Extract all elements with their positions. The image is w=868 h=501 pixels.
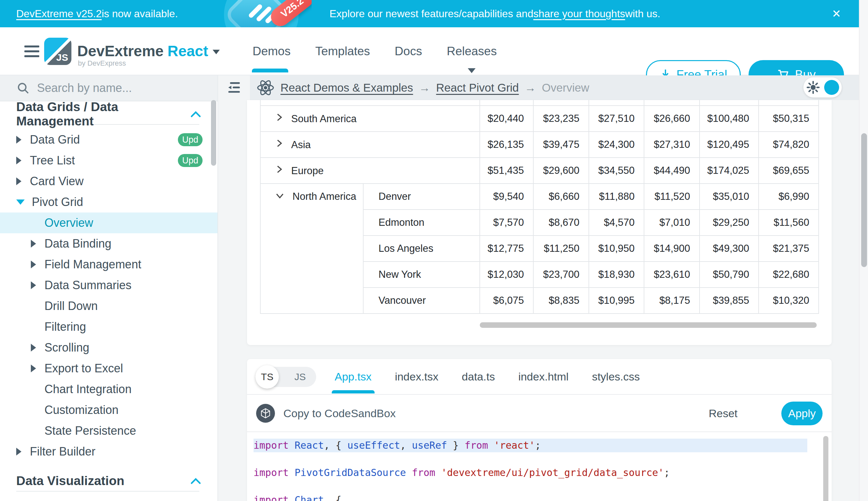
expand-row-icon[interactable] xyxy=(275,164,283,174)
brand-title[interactable]: DevExtremeReact by DevExpress xyxy=(77,42,220,60)
expand-arrow-icon xyxy=(31,364,36,372)
pivot-value-cell: $27,310 xyxy=(644,131,700,158)
pivot-city-cell: Vancouver xyxy=(363,288,480,313)
expand-row-icon[interactable] xyxy=(275,138,283,148)
code-tab-data-ts[interactable]: data.ts xyxy=(462,370,495,383)
banner-release-rest: is now available. xyxy=(102,8,178,20)
sidebar-item-card-view[interactable]: Card View xyxy=(0,171,218,192)
collapse-panel-icon xyxy=(226,81,243,95)
theme-toggle-knob xyxy=(824,80,839,95)
page-scrollbar-thumb[interactable] xyxy=(861,133,867,267)
code-tab-index-tsx[interactable]: index.tsx xyxy=(395,370,438,383)
sidebar-item-data-grid[interactable]: Data GridUpd xyxy=(0,129,218,150)
pivot-value-cell: $7,570 xyxy=(480,210,533,236)
sidebar-item-label: Filtering xyxy=(44,320,86,334)
devextreme-js-logo[interactable]: JS xyxy=(44,38,72,65)
sidebar-item-data-summaries[interactable]: Data Summaries xyxy=(0,275,218,296)
search-input[interactable]: Search by name... xyxy=(0,75,218,102)
expand-row-icon[interactable] xyxy=(275,113,283,122)
switch-ts-option[interactable]: TS xyxy=(255,365,279,388)
code-line xyxy=(253,480,832,493)
code-tab-index-html[interactable]: index.html xyxy=(518,370,569,383)
code-token: Chart xyxy=(294,494,323,501)
code-editor[interactable]: import React, { useEffect, useRef } from… xyxy=(247,432,832,501)
ts-js-switch[interactable]: TS JS xyxy=(256,367,316,387)
sidebar-item-chart-integration[interactable]: Chart Integration xyxy=(0,379,218,399)
sidebar-item-overview[interactable]: Overview xyxy=(0,213,218,233)
expand-arrow-icon xyxy=(16,448,21,456)
sidebar-item-state-persistence[interactable]: State Persistence xyxy=(0,420,218,441)
sidebar-section-header[interactable]: Data Visualization xyxy=(0,471,218,491)
pivot-value-cell: $39,475 xyxy=(533,131,589,158)
apply-button[interactable]: Apply xyxy=(781,402,823,425)
sidebar-item-filtering[interactable]: Filtering xyxy=(0,317,218,337)
sidebar-item-pivot-grid[interactable]: Pivot Grid xyxy=(0,192,218,213)
sidebar-item-customization[interactable]: Customization xyxy=(0,399,218,420)
theme-toggle[interactable] xyxy=(803,77,842,97)
nav-item-releases[interactable]: Releases xyxy=(447,44,497,58)
share-your-thoughts-link[interactable]: share your thoughts xyxy=(533,8,625,20)
reset-button[interactable]: Reset xyxy=(708,395,737,432)
sidebar-item-tree-list[interactable]: Tree ListUpd xyxy=(0,150,218,171)
framework-name: React xyxy=(167,43,208,60)
breadcrumb-demos-link[interactable]: React Demos & Examples xyxy=(281,81,413,94)
code-token: 'devextreme/ui/pivot_grid/data_source' xyxy=(441,467,664,478)
nav-item-label: Releases xyxy=(447,44,497,58)
sidebar-item-field-management[interactable]: Field Management xyxy=(0,254,218,275)
code-token: import xyxy=(253,440,294,451)
sidebar-item-label: Field Management xyxy=(44,258,141,271)
sidebar-section-header[interactable]: Data Grids / Data Management xyxy=(0,104,218,124)
expand-arrow-icon xyxy=(16,136,21,143)
pivot-grid-horizontal-scrollbar[interactable] xyxy=(480,322,817,328)
breadcrumb-pivotgrid-link[interactable]: React Pivot Grid xyxy=(436,81,519,94)
pivot-value-cell: $6,660 xyxy=(533,183,589,210)
sidebar-item-export-to-excel[interactable]: Export to Excel xyxy=(0,358,218,379)
pivot-city-cell: Edmonton xyxy=(363,210,480,236)
sidebar-item-label: Data Grid xyxy=(30,133,80,147)
sidebar-item-label: Pivot Grid xyxy=(32,195,83,209)
pivot-value-cell: $11,560 xyxy=(759,210,818,236)
pivot-region-cell[interactable]: North America xyxy=(260,183,363,313)
sidebar-item-label: Export to Excel xyxy=(44,362,123,375)
collapse-sidebar-button[interactable] xyxy=(219,75,250,100)
hamburger-menu-icon[interactable] xyxy=(24,45,39,57)
sidebar-item-drill-down[interactable]: Drill Down xyxy=(0,296,218,317)
code-file-tabs: App.tsxindex.tsxdata.tsindex.htmlstyles.… xyxy=(335,359,640,394)
sidebar-item-data-binding[interactable]: Data Binding xyxy=(0,233,218,254)
nav-item-docs[interactable]: Docs xyxy=(395,44,422,58)
code-tab-App-tsx[interactable]: App.tsx xyxy=(335,370,371,383)
code-tab-label: styles.css xyxy=(592,370,640,383)
pivot-value-cell: $29,600 xyxy=(533,158,589,183)
sidebar-item-filter-builder[interactable]: Filter Builder xyxy=(0,441,218,462)
collapse-row-icon[interactable] xyxy=(275,191,285,200)
copy-to-codesandbox-button[interactable]: Copy to CodeSandBox xyxy=(256,404,396,423)
nav-item-templates[interactable]: Templates xyxy=(315,44,370,58)
switch-js-option[interactable]: JS xyxy=(294,367,306,387)
banner-close-icon[interactable]: ✕ xyxy=(832,0,842,27)
code-vertical-scrollbar[interactable] xyxy=(823,436,828,501)
sidebar-item-label: Customization xyxy=(44,403,119,417)
active-code-tab-underline xyxy=(332,390,375,393)
sidebar-divider xyxy=(16,491,199,492)
pivot-value-cell: $23,700 xyxy=(533,262,589,288)
expand-arrow-icon xyxy=(31,344,36,352)
pivot-value-cell: $6,990 xyxy=(759,183,818,210)
pivot-value-cell: $6,075 xyxy=(480,288,533,313)
banner-release-link[interactable]: DevExtreme v25.2 xyxy=(16,8,102,20)
nav-item-demos[interactable]: Demos xyxy=(253,44,290,58)
pivot-region-cell[interactable]: Asia xyxy=(260,131,480,158)
page-scrollbar-track[interactable] xyxy=(859,0,868,501)
pivot-value-cell: $26,660 xyxy=(644,106,700,131)
sidebar-scrollbar[interactable] xyxy=(211,100,216,166)
sidebar-item-label: Overview xyxy=(44,216,93,230)
sidebar-item-scrolling[interactable]: Scrolling xyxy=(0,337,218,358)
brand-byline: by DevExpress xyxy=(78,59,126,67)
banner-message-pre: Explore our newest features/capabilities… xyxy=(329,8,533,20)
sun-icon xyxy=(806,80,820,95)
pivot-value-cell: $4,570 xyxy=(589,210,644,236)
code-tab-styles-css[interactable]: styles.css xyxy=(592,370,640,383)
pivot-region-cell[interactable]: South America xyxy=(260,106,480,131)
framework-caret-icon xyxy=(213,50,220,54)
pivot-value-cell: $12,775 xyxy=(480,236,533,262)
pivot-region-cell[interactable]: Europe xyxy=(260,158,480,183)
